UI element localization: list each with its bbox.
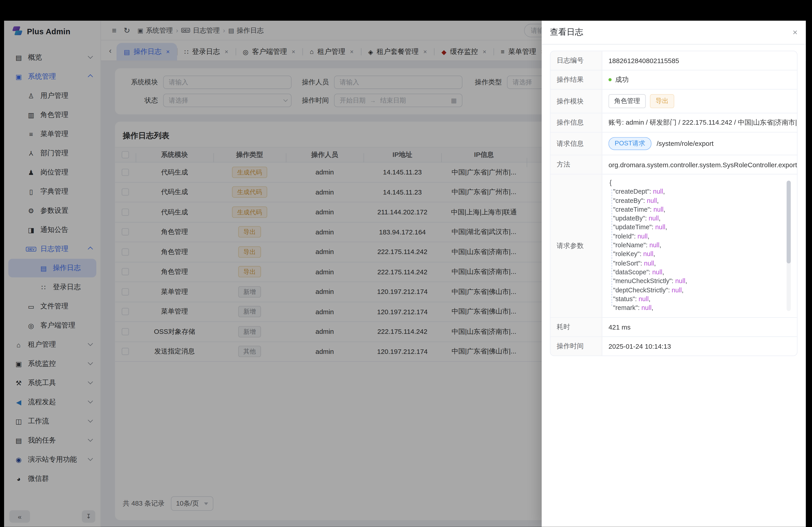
json-line: "createDept": null, <box>609 187 792 197</box>
drawer-header: 查看日志 × <box>542 21 806 45</box>
log-id-value: 1882612840802115585 <box>602 51 797 70</box>
operation-time-value: 2025-01-24 10:14:13 <box>602 337 797 356</box>
module-tag: 导出 <box>650 94 674 108</box>
json-line: "deptCheckStrictly": null, <box>609 286 792 295</box>
detail-row: 请求信息 POST请求 /system/role/export <box>551 132 797 155</box>
detail-row: 日志编号 1882612840802115585 <box>551 51 797 70</box>
json-line: { <box>609 179 792 187</box>
drawer-body: 日志编号 1882612840802115585 操作结果 成功 操作模块 角色… <box>542 44 806 527</box>
detail-label: 请求信息 <box>551 133 603 155</box>
json-line: "menuCheckStrictly": null, <box>609 277 792 286</box>
detail-label: 操作信息 <box>551 114 603 132</box>
detail-label: 操作模块 <box>551 90 603 113</box>
json-line: "roleKey": null, <box>609 250 792 259</box>
operation-info-value: 账号: admin / 研发部门 / 222.175.114.242 / 中国|… <box>602 114 797 132</box>
indent-guide <box>611 189 612 306</box>
close-icon[interactable]: × <box>793 28 797 37</box>
json-line: "roleId": null, <box>609 232 792 241</box>
success-dot-icon <box>609 78 612 81</box>
detail-label: 日志编号 <box>551 51 603 70</box>
detail-label: 方法 <box>551 155 603 174</box>
screen: Plus Admin ▤ 概览 ▣ 系统管理 <box>0 0 812 527</box>
detail-label: 请求参数 <box>551 175 603 317</box>
module-tag: 角色管理 <box>609 94 646 108</box>
detail-label: 操作时间 <box>551 337 603 356</box>
detail-row: 方法 org.dromara.system.controller.system.… <box>551 155 797 174</box>
detail-row: 耗时 421 ms <box>551 317 797 336</box>
post-method-badge: POST请求 <box>609 137 652 150</box>
method-value: org.dromara.system.controller.system.Sys… <box>602 155 797 174</box>
detail-row: 操作时间 2025-01-24 10:14:13 <box>551 336 797 356</box>
json-line: "createTime": null, <box>609 205 792 214</box>
detail-row: 操作结果 成功 <box>551 70 797 89</box>
scrollbar-track[interactable] <box>786 181 791 311</box>
log-detail-drawer: 查看日志 × 日志编号 1882612840802115585 操作结果 成功 … <box>542 21 806 527</box>
json-line: "roleSort": null, <box>609 259 792 268</box>
log-detail-table: 日志编号 1882612840802115585 操作结果 成功 操作模块 角色… <box>550 51 797 356</box>
json-line: "remark": null, <box>609 304 792 313</box>
detail-label: 耗时 <box>551 318 603 336</box>
duration-value: 421 ms <box>602 318 797 336</box>
result-value: 成功 <box>615 75 629 84</box>
json-line: "createBy": null, <box>609 197 792 206</box>
detail-row: 请求参数 { "createDept": null, "createBy": n… <box>551 174 797 317</box>
json-line: "updateBy": null, <box>609 214 792 223</box>
drawer-title: 查看日志 <box>550 27 583 37</box>
request-params-json[interactable]: { "createDept": null, "createBy": null, … <box>607 179 792 313</box>
detail-row: 操作信息 账号: admin / 研发部门 / 222.175.114.242 … <box>551 113 797 132</box>
json-line: "dataScope": null, <box>609 268 792 277</box>
json-line: "roleName": null, <box>609 241 792 250</box>
detail-row: 操作模块 角色管理 导出 <box>551 89 797 113</box>
scrollbar-thumb[interactable] <box>786 181 791 263</box>
json-line: "updateTime": null, <box>609 223 792 232</box>
json-line: "status": null, <box>609 295 792 304</box>
detail-label: 操作结果 <box>551 70 603 89</box>
request-url-value: /system/role/export <box>656 140 713 147</box>
